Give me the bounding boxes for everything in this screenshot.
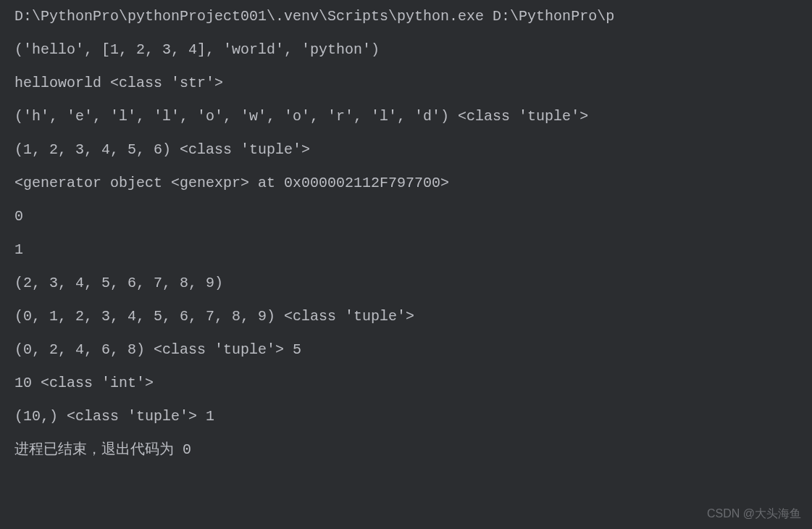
output-line: <generator object <genexpr> at 0x0000021… <box>14 167 812 200</box>
output-line: 10 <class 'int'> <box>14 367 812 400</box>
output-line: 1 <box>14 233 812 267</box>
console-output: D:\PythonPro\pythonProject001\.venv\Scri… <box>0 0 812 467</box>
output-line: ('h', 'e', 'l', 'l', 'o', 'w', 'o', 'r',… <box>14 100 812 133</box>
output-line: D:\PythonPro\pythonProject001\.venv\Scri… <box>14 0 812 33</box>
output-line: (2, 3, 4, 5, 6, 7, 8, 9) <box>14 267 812 300</box>
output-line: (0, 2, 4, 6, 8) <class 'tuple'> 5 <box>14 333 812 367</box>
watermark: CSDN @大头海鱼 <box>707 507 801 522</box>
output-line: (10,) <class 'tuple'> 1 <box>14 400 812 433</box>
output-line: (0, 1, 2, 3, 4, 5, 6, 7, 8, 9) <class 't… <box>14 300 812 333</box>
output-line: 0 <box>14 200 812 233</box>
output-line: helloworld <class 'str'> <box>14 67 812 100</box>
output-line: 进程已结束，退出代码为 0 <box>14 433 812 467</box>
output-line: (1, 2, 3, 4, 5, 6) <class 'tuple'> <box>14 133 812 167</box>
output-line: ('hello', [1, 2, 3, 4], 'world', 'python… <box>14 33 812 67</box>
